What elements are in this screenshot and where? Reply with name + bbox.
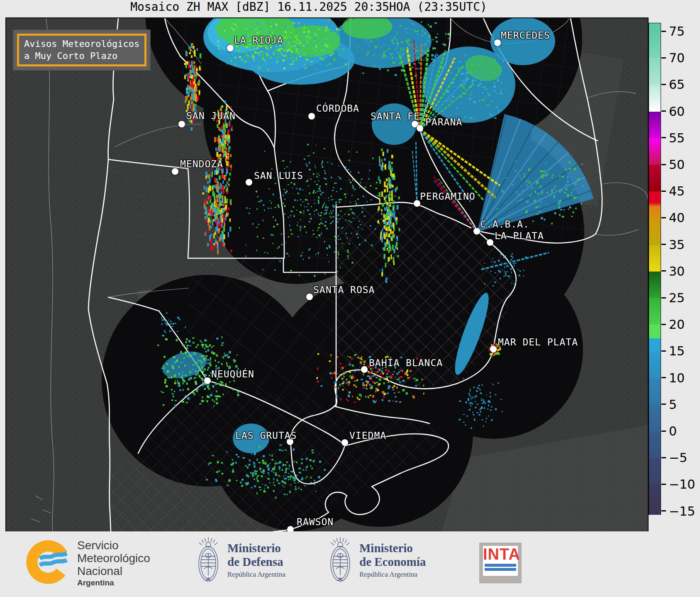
colorbar-tick-label: −5 xyxy=(669,450,687,465)
city-dot xyxy=(361,366,368,373)
city-label: C.A.B.A. xyxy=(480,219,529,230)
colorbar-segment xyxy=(649,112,661,138)
smn-name-line2: Meteorológico xyxy=(77,552,150,565)
colorbar-segment xyxy=(649,378,661,404)
page-title: Mosaico ZH MAX [dBZ] 16.11.2025 20:35HOA… xyxy=(5,0,647,17)
city-label: VIEDMA xyxy=(349,430,386,441)
city-dot xyxy=(246,179,252,186)
ministerio-economia-logo[interactable]: Ministeriode Economía República Argentin… xyxy=(327,536,426,585)
city-dot xyxy=(494,39,501,46)
city-label: CÓRDOBA xyxy=(316,103,359,114)
map-graphics xyxy=(6,18,648,531)
colorbar-tick xyxy=(661,404,666,405)
colorbar-tick xyxy=(661,110,666,112)
colorbar-tick-label: 60 xyxy=(669,104,685,118)
city-dot xyxy=(490,346,497,352)
colorbar-segment xyxy=(649,484,661,515)
city-dot xyxy=(204,377,211,384)
city-dot xyxy=(487,239,493,246)
city-label: MERCEDES xyxy=(501,30,550,41)
city-dot xyxy=(227,45,234,51)
colorbar-tick-label: −15 xyxy=(669,504,695,518)
colorbar-tick-label: 65 xyxy=(669,77,685,92)
inta-bar xyxy=(485,568,516,571)
colorbar-segment xyxy=(649,245,661,272)
colorbar-segment xyxy=(649,165,661,191)
inta-logo-inner: INTA xyxy=(483,546,518,576)
radar-map: LA RIOJAMERCEDESSAN JUANCÓRDOBASANTA FEP… xyxy=(5,17,649,532)
colorbar-tick xyxy=(661,57,666,59)
smn-name-line4: Argentina xyxy=(77,578,150,587)
colorbar-tick xyxy=(661,484,666,485)
colorbar-tick-label: 45 xyxy=(669,184,685,198)
colorbar-tick xyxy=(661,191,666,192)
city-label: SANTA ROSA xyxy=(313,284,375,295)
colorbar-segment xyxy=(649,325,661,351)
city-label: SAN LUIS xyxy=(254,170,303,181)
city-dot xyxy=(306,294,313,300)
ministerio-defensa-logo[interactable]: Ministeriode Defensa República Argentina xyxy=(195,536,285,585)
colorbar-tick-label: 15 xyxy=(669,344,685,358)
footer: Servicio Meteorológico Nacional Argentin… xyxy=(0,531,700,597)
city-label: MENDOZA xyxy=(180,159,223,169)
colorbar-tick-label: 55 xyxy=(669,130,685,145)
colorbar-tick xyxy=(661,377,666,378)
colorbar-tick-label: −10 xyxy=(669,477,695,492)
city-dot xyxy=(473,228,480,235)
city-label: LAS GRUTAS xyxy=(235,430,297,441)
colorbar-segment xyxy=(649,138,661,165)
city-dot xyxy=(308,113,315,120)
city-label: SANTA FE xyxy=(371,111,420,122)
city-label: RAWSON xyxy=(297,516,334,527)
city-dot xyxy=(417,125,423,132)
coat-of-arms-icon xyxy=(195,536,222,585)
city-dot xyxy=(172,168,178,175)
city-label: PARANÁ xyxy=(425,117,462,127)
colorbar-tick xyxy=(661,217,666,218)
colorbar-tick xyxy=(661,510,666,511)
colorbar-segment xyxy=(649,431,661,458)
warning-box-text: Avisos Meteorológicos a Muy Corto Plazo xyxy=(17,34,146,66)
radar-mosaic-page: Mosaico ZH MAX [dBZ] 16.11.2025 20:35HOA… xyxy=(0,0,700,597)
colorbar-segment xyxy=(649,298,661,325)
colorbar-tick xyxy=(661,350,666,352)
colorbar-tick xyxy=(661,137,666,138)
colorbar-tick-label: 5 xyxy=(669,397,677,411)
colorbar-tick xyxy=(661,84,666,85)
colorbar-segment xyxy=(649,23,661,32)
city-label: BAHÍA BLANCA xyxy=(369,357,443,368)
city-label: PERGAMINO xyxy=(420,191,476,202)
colorbar-tick xyxy=(661,457,666,458)
city-label: MAR DEL PLATA xyxy=(498,337,578,347)
colorbar-tick-label: 70 xyxy=(669,51,685,65)
city-dot xyxy=(341,439,348,446)
warning-box[interactable]: Avisos Meteorológicos a Muy Corto Plazo xyxy=(13,30,150,70)
colorbar-segment xyxy=(649,351,661,378)
colorbar-tick-label: 25 xyxy=(669,291,685,305)
inta-logo[interactable]: INTA xyxy=(479,543,522,583)
colorbar-segment xyxy=(649,191,661,218)
coat-of-arms-icon xyxy=(327,536,354,585)
city-label: SAN JUAN xyxy=(186,110,236,121)
smn-name-line3: Nacional xyxy=(77,565,150,577)
colorbar-tick-label: 40 xyxy=(669,210,685,225)
colorbar-tick-label: 0 xyxy=(669,424,677,438)
colorbar-segment xyxy=(649,405,661,431)
colorbar-tick-label: 50 xyxy=(669,157,685,172)
colorbar-segment xyxy=(649,58,661,85)
smn-name-line1: Servicio xyxy=(77,539,150,552)
colorbar-tick xyxy=(661,31,666,32)
city-label: LA PLATA xyxy=(495,230,544,241)
colorbar-tick-label: 20 xyxy=(669,317,685,332)
city-dot xyxy=(414,200,420,207)
colorbar-segment xyxy=(649,218,661,245)
smn-logo-mark xyxy=(26,539,72,585)
colorbar-tick xyxy=(661,431,666,432)
inta-bar xyxy=(485,564,516,567)
colorbar-tick-label: 35 xyxy=(669,237,685,252)
colorbar-tick-label: 30 xyxy=(669,264,685,278)
smn-logo[interactable]: Servicio Meteorológico Nacional Argentin… xyxy=(26,539,150,587)
dbz-colorbar xyxy=(649,23,661,515)
city-label: NEUQUÉN xyxy=(211,369,254,379)
colorbar-tick xyxy=(661,244,666,245)
